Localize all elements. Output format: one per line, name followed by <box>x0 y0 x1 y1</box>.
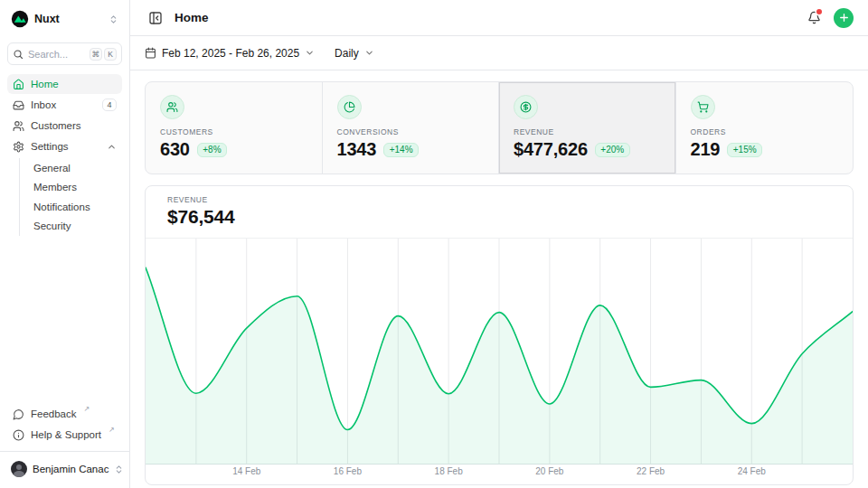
sidebar-item-home[interactable]: Home <box>7 74 122 94</box>
date-range-value: Feb 12, 2025 - Feb 26, 2025 <box>162 47 299 60</box>
message-bubble-icon <box>13 408 24 420</box>
help-support-link[interactable]: Help & Support ↗ <box>7 425 122 445</box>
workspace-selector[interactable]: Nuxt <box>7 7 122 31</box>
main-area: Home Feb 12, 2 <box>130 0 868 488</box>
sidebar-subitem-label: Members <box>33 182 77 192</box>
stat-delta-badge: +15% <box>727 143 762 157</box>
users-icon <box>160 95 184 119</box>
sidebar-item-label: Home <box>31 79 59 89</box>
sidebar-item-security[interactable]: Security <box>30 217 122 237</box>
stat-value: $477,626 <box>514 139 588 160</box>
x-axis-tick: 16 Feb <box>334 466 362 476</box>
chevron-down-icon <box>364 48 374 58</box>
sidebar: Nuxt Search... ⌘ K Home <box>0 0 130 488</box>
sidebar-item-general[interactable]: General <box>30 158 122 178</box>
app-window: Nuxt Search... ⌘ K Home <box>0 0 868 488</box>
info-icon <box>13 429 24 441</box>
filters-toolbar: Feb 12, 2025 - Feb 26, 2025 Daily <box>130 36 868 70</box>
stat-card-revenue[interactable]: REVENUE $477,626 +20% <box>499 82 676 174</box>
sidebar-item-settings[interactable]: Settings <box>7 136 122 156</box>
sidebar-subitem-label: Notifications <box>33 202 90 212</box>
panel-left-close-icon <box>148 11 163 25</box>
sidebar-spacer <box>7 236 122 404</box>
header-actions <box>803 7 854 29</box>
granularity-select[interactable]: Daily <box>335 47 374 60</box>
x-axis-tick: 18 Feb <box>435 466 463 476</box>
feedback-label: Feedback <box>31 408 77 419</box>
stat-card-customers[interactable]: CUSTOMERS 630 +8% <box>146 82 323 174</box>
x-axis-tick: 14 Feb <box>232 466 260 476</box>
chevrons-up-down-icon <box>114 465 124 474</box>
help-support-label: Help & Support <box>31 429 101 440</box>
granularity-value: Daily <box>335 47 359 60</box>
collapse-sidebar-button[interactable] <box>145 7 166 29</box>
stats-row: CUSTOMERS 630 +8% CONVERSIONS 1343 +14% <box>145 81 854 174</box>
stat-value: 630 <box>160 139 190 160</box>
user-name: Benjamin Canac <box>33 464 108 474</box>
page-header: Home <box>130 0 868 36</box>
stat-label: CONVERSIONS <box>337 127 485 136</box>
calendar-icon <box>145 47 156 59</box>
circle-dollar-icon <box>514 95 538 119</box>
stat-delta-badge: +14% <box>383 143 419 157</box>
date-range-picker[interactable]: Feb 12, 2025 - Feb 26, 2025 <box>145 47 315 60</box>
notifications-button[interactable] <box>803 7 825 29</box>
stat-value: 1343 <box>337 139 377 160</box>
stat-delta-badge: +8% <box>197 143 227 157</box>
search-placeholder: Search... <box>28 49 68 60</box>
stat-value: 219 <box>691 139 721 160</box>
sidebar-item-label: Inbox <box>31 99 56 110</box>
settings-subnav: General Members Notifications Security <box>19 158 122 236</box>
stat-label: REVENUE <box>514 127 661 136</box>
sidebar-item-label: Settings <box>31 141 69 152</box>
revenue-chart-value: $76,544 <box>167 206 831 228</box>
kbd-k: K <box>104 48 117 61</box>
page-title: Home <box>175 11 209 24</box>
search-icon <box>13 49 24 60</box>
sidebar-item-customers[interactable]: Customers <box>7 116 122 136</box>
notification-dot <box>816 9 823 15</box>
kbd-meta: ⌘ <box>90 48 103 61</box>
feedback-link[interactable]: Feedback ↗ <box>7 404 122 424</box>
sidebar-nav: Home Inbox 4 Customers Settings <box>7 74 122 236</box>
content: CUSTOMERS 630 +8% CONVERSIONS 1343 +14% <box>130 70 868 488</box>
external-link-icon: ↗ <box>84 404 90 416</box>
sidebar-item-label: Customers <box>31 120 81 131</box>
stat-delta-badge: +20% <box>595 143 630 157</box>
chevron-up-icon <box>107 142 117 152</box>
add-button[interactable] <box>834 8 854 28</box>
external-link-icon: ↗ <box>108 425 115 436</box>
x-axis-tick: 22 Feb <box>637 466 665 476</box>
area-chart-svg <box>146 239 853 465</box>
stat-label: CUSTOMERS <box>160 127 307 136</box>
sidebar-item-inbox[interactable]: Inbox 4 <box>7 95 122 115</box>
sidebar-item-members[interactable]: Members <box>30 178 122 198</box>
search-shortcut: ⌘ K <box>90 48 118 61</box>
chart-x-axis: 14 Feb16 Feb18 Feb20 Feb22 Feb24 Feb <box>146 463 853 484</box>
sidebar-divider <box>0 451 129 452</box>
inbox-icon <box>13 99 24 111</box>
stat-card-orders[interactable]: ORDERS 219 +15% <box>676 82 854 174</box>
sidebar-footer: Feedback ↗ Help & Support ↗ <box>7 404 122 445</box>
revenue-chart-header: REVENUE $76,544 <box>146 186 853 239</box>
x-axis-tick: 24 Feb <box>738 466 766 476</box>
revenue-chart-label: REVENUE <box>167 195 831 204</box>
plus-icon <box>838 12 850 23</box>
sidebar-subitem-label: Security <box>33 221 71 231</box>
avatar <box>11 461 27 477</box>
user-menu[interactable]: Benjamin Canac <box>7 457 122 481</box>
x-axis-tick: 20 Feb <box>535 466 563 476</box>
sidebar-item-notifications[interactable]: Notifications <box>30 197 122 217</box>
chevrons-up-down-icon <box>108 14 118 24</box>
chevron-down-icon <box>305 48 315 58</box>
workspace-name: Nuxt <box>34 13 60 25</box>
cart-icon <box>691 95 715 119</box>
search-input[interactable]: Search... ⌘ K <box>7 42 122 65</box>
revenue-chart-card: REVENUE $76,544 14 Feb16 Feb18 Feb20 Feb… <box>145 185 854 485</box>
sidebar-subitem-label: General <box>33 163 71 174</box>
revenue-area-chart <box>146 239 853 463</box>
users-icon <box>13 120 24 132</box>
nuxt-logo-icon <box>11 10 29 28</box>
stat-card-conversions[interactable]: CONVERSIONS 1343 +14% <box>323 82 500 174</box>
gear-icon <box>13 141 24 153</box>
